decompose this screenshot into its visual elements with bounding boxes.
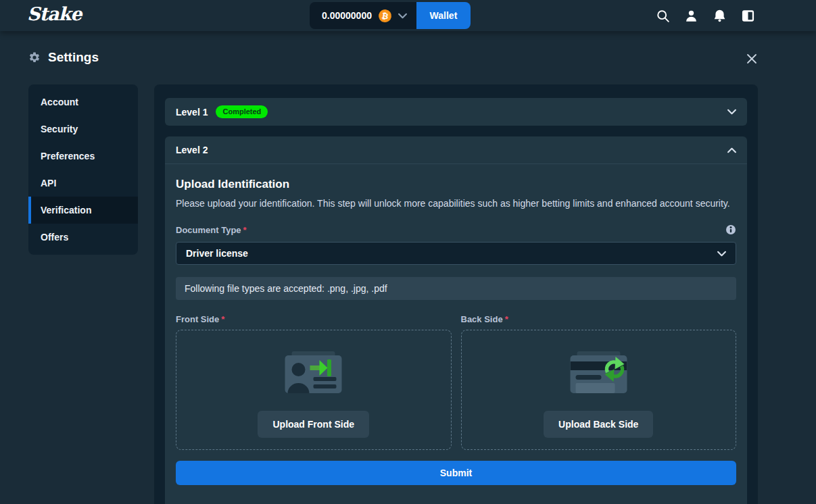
back-side-label-row: Back Side * (461, 313, 737, 324)
gear-icon (28, 51, 41, 64)
level1-accordion-row[interactable]: Level 1 Completed (165, 98, 747, 126)
back-side-label: Back Side (461, 314, 503, 324)
balance-dropdown[interactable]: 0.00000000 ₿ (310, 2, 416, 29)
sidebar-item-security[interactable]: Security (28, 116, 138, 143)
settings-sidebar: Account Security Preferences API Verific… (28, 84, 138, 255)
chevron-up-icon (727, 147, 736, 153)
info-icon[interactable] (725, 224, 736, 235)
front-side-label-row: Front Side * (176, 313, 452, 324)
level2-body: Upload Identification Please upload your… (165, 164, 747, 499)
front-side-label: Front Side (176, 314, 219, 324)
bitcoin-icon: ₿ (377, 8, 392, 23)
front-side-dropzone[interactable]: Upload Front Side (176, 330, 452, 450)
user-icon[interactable] (684, 9, 698, 23)
sidebar-item-account[interactable]: Account (28, 89, 138, 116)
stake-logo[interactable]: Stake (27, 3, 81, 24)
balance-wallet-group: 0.00000000 ₿ Wallet (310, 2, 471, 29)
level1-label: Level 1 (176, 107, 208, 118)
side-panel-icon[interactable] (741, 9, 755, 23)
document-type-value: Driver license (186, 248, 248, 259)
level2-label: Level 2 (176, 145, 208, 155)
top-navbar: Stake 0.00000000 ₿ Wallet (0, 0, 816, 31)
chevron-down-icon (717, 251, 726, 257)
verification-panel: Level 1 Completed Level 2 Upload Identif… (154, 84, 758, 504)
back-side-dropzone[interactable]: Upload Back Side (461, 330, 737, 450)
upload-back-side-button[interactable]: Upload Back Side (544, 411, 653, 438)
required-marker: * (505, 314, 508, 324)
bell-icon[interactable] (713, 9, 727, 23)
chevron-down-icon (727, 109, 736, 115)
upload-identification-heading: Upload Identification (176, 178, 736, 191)
front-side-column: Front Side * (176, 313, 452, 450)
back-side-column: Back Side * (461, 313, 737, 450)
completed-badge: Completed (216, 105, 268, 118)
sidebar-item-api[interactable]: API (28, 170, 138, 197)
document-type-label-row: Document Type * (176, 224, 736, 235)
settings-page-header: Settings (28, 50, 99, 65)
file-types-notice: Following file types are accepted: .png,… (176, 277, 736, 300)
balance-value: 0.00000000 (322, 10, 372, 21)
sidebar-item-preferences[interactable]: Preferences (28, 143, 138, 170)
chevron-down-icon (398, 13, 407, 19)
level2-accordion-row[interactable]: Level 2 (165, 136, 747, 164)
wallet-button[interactable]: Wallet (416, 2, 471, 29)
search-icon[interactable] (656, 9, 670, 23)
sidebar-item-offers[interactable]: Offers (28, 224, 138, 251)
submit-button[interactable]: Submit (176, 461, 736, 485)
upload-identification-description: Please upload your identification. This … (176, 197, 736, 211)
required-marker: * (243, 225, 247, 235)
id-card-front-icon (281, 351, 346, 396)
id-card-back-icon (566, 351, 631, 396)
upload-front-side-button[interactable]: Upload Front Side (258, 411, 369, 438)
document-type-select[interactable]: Driver license (176, 242, 736, 265)
upload-sides-grid: Front Side * (176, 313, 736, 450)
close-icon[interactable] (746, 53, 758, 65)
page-title: Settings (48, 50, 99, 65)
level2-section: Level 2 Upload Identification Please upl… (165, 136, 747, 504)
required-marker: * (221, 314, 224, 324)
sidebar-item-verification[interactable]: Verification (28, 197, 138, 224)
document-type-label: Document Type (176, 225, 241, 235)
navbar-icons (656, 0, 755, 31)
